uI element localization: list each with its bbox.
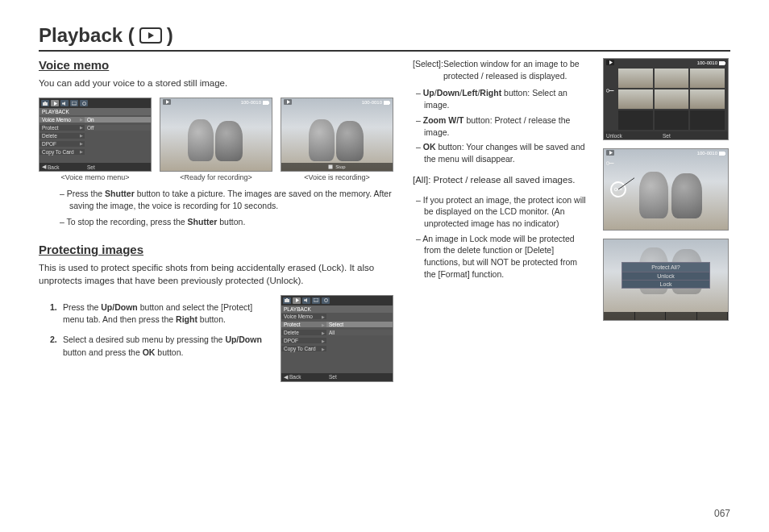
svg-rect-29 (609, 163, 614, 164)
svg-rect-14 (285, 299, 289, 302)
menu-label: DPOF (42, 141, 56, 147)
page-number: 067 (714, 508, 730, 519)
svg-rect-24 (609, 90, 614, 91)
menu-label: Protect (284, 322, 301, 327)
svg-point-30 (614, 188, 617, 191)
camera-icon (283, 297, 291, 304)
svg-rect-2 (44, 102, 46, 102)
protect-menu-screen: PLAYBACK Voice Memo▶ Protect▶Select Dele… (281, 295, 393, 382)
menu-back: ◀ Back (281, 374, 326, 380)
display-icon (312, 297, 320, 304)
dialog-title: Protect All? (622, 263, 709, 272)
svg-marker-20 (609, 60, 613, 64)
svg-rect-27 (725, 152, 725, 155)
camera-icon (41, 100, 49, 106)
menu-label: Copy To Card (42, 149, 74, 155)
menu-label: Copy To Card (284, 346, 316, 351)
counter: 100-0010 (697, 151, 717, 156)
protecting-intro: This is used to protect specific shots f… (39, 261, 393, 287)
battery-icon (719, 152, 725, 156)
playback-icon (606, 150, 614, 156)
svg-point-28 (606, 162, 609, 165)
sound-icon (302, 297, 310, 304)
protect-all-dialog-screen: Protect All? Unlock Lock (603, 239, 729, 321)
menu-header: PLAYBACK (39, 108, 151, 115)
counter: 100-0010 (241, 100, 261, 105)
playback-icon (284, 99, 292, 105)
settings-icon (80, 100, 88, 106)
svg-rect-1 (43, 102, 48, 106)
page-title: Playback ( ) (39, 24, 730, 52)
play-icon (293, 297, 301, 304)
caption-menu: <Voice memo menu> (60, 173, 129, 181)
menu-set: Set (85, 164, 95, 170)
svg-rect-9 (268, 102, 269, 104)
svg-line-32 (618, 173, 634, 189)
title-text-prefix: Playback ( (39, 24, 135, 47)
svg-rect-5 (72, 102, 77, 105)
stop-icon (328, 164, 333, 169)
protected-image-screen: 100-0010 (603, 148, 729, 231)
step-1: 1.Press the Up/Down button and select th… (50, 301, 269, 326)
all-line: [All]: Protect / release all saved image… (413, 173, 590, 186)
right-column: [Select]: Selection window for an image … (413, 58, 730, 382)
svg-rect-26 (719, 152, 725, 156)
protecting-steps: 1.Press the Up/Down button and select th… (50, 301, 269, 359)
voice-memo-bullets: Press the Shutter button to take a pictu… (60, 188, 393, 228)
menu-header: PLAYBACK (281, 305, 393, 313)
zoom-line: Zoom W/T button: Protect / release the i… (416, 114, 590, 138)
voice-memo-intro: You can add your voice to a stored still… (39, 77, 393, 89)
caption-recording: <Voice is recording> (304, 173, 370, 181)
playback-mode-icon (139, 27, 162, 44)
battery-icon (384, 101, 390, 105)
display-icon (70, 100, 78, 106)
caption-ready: <Ready for recording> (180, 173, 252, 181)
svg-rect-21 (719, 61, 725, 65)
svg-rect-12 (389, 102, 390, 104)
battery-icon (719, 61, 725, 65)
udlr-line: Up/Down/Left/Right button: Select an ima… (416, 87, 590, 110)
counter: 100-0010 (362, 100, 382, 105)
battery-icon (263, 101, 269, 105)
menu-label: Delete (42, 133, 57, 139)
dialog-lock: Lock (622, 280, 709, 288)
title-text-suffix: ) (167, 24, 173, 47)
svg-rect-13 (329, 165, 333, 169)
menu-label: Delete (284, 330, 299, 335)
dialog-bottom-bar (604, 312, 728, 320)
svg-marker-0 (148, 32, 154, 39)
voice-memo-screens: PLAYBACK Voice Memo▶On Protect▶Off Delet… (39, 98, 393, 181)
menu-value: On (85, 117, 151, 123)
svg-point-6 (82, 102, 85, 105)
svg-marker-25 (609, 151, 613, 155)
menu-label: Voice Memo (42, 117, 71, 123)
set-btn: Set (660, 133, 671, 139)
ok-line: OK button: Your changes will be saved an… (416, 141, 590, 164)
bullet: Press the Shutter button to take a pictu… (60, 188, 393, 212)
playback-icon (606, 60, 614, 65)
grid-selection-screen: 100-0010 Unlock Set (603, 58, 729, 140)
svg-marker-3 (54, 102, 57, 106)
dialog-unlock: Unlock (622, 272, 709, 280)
voice-memo-menu-screen: PLAYBACK Voice Memo▶On Protect▶Off Delet… (39, 98, 152, 172)
menu-back: ◀ Back (39, 164, 85, 170)
menu-label: Voice Memo (284, 314, 313, 319)
svg-rect-18 (314, 298, 318, 301)
svg-rect-15 (286, 298, 288, 299)
menu-set: Set (326, 374, 337, 380)
voice-memo-heading: Voice memo (39, 58, 393, 72)
svg-point-23 (606, 89, 609, 93)
menu-label: Protect (42, 125, 59, 131)
step-2: 2.Select a desired sub menu by pressing … (50, 334, 269, 358)
recording-screen: 100-0010 Stop (281, 98, 393, 172)
menu-value: All (326, 330, 393, 335)
menu-label: DPOF (284, 338, 298, 343)
svg-rect-22 (725, 62, 725, 64)
svg-rect-8 (263, 101, 268, 105)
svg-marker-16 (296, 298, 299, 302)
playback-icon (163, 99, 171, 105)
ready-recording-screen: 100-0010 (160, 98, 272, 172)
menu-value: Off (85, 125, 151, 131)
svg-point-19 (324, 299, 327, 302)
select-definition: [Select]: Selection window for an image … (413, 58, 590, 82)
